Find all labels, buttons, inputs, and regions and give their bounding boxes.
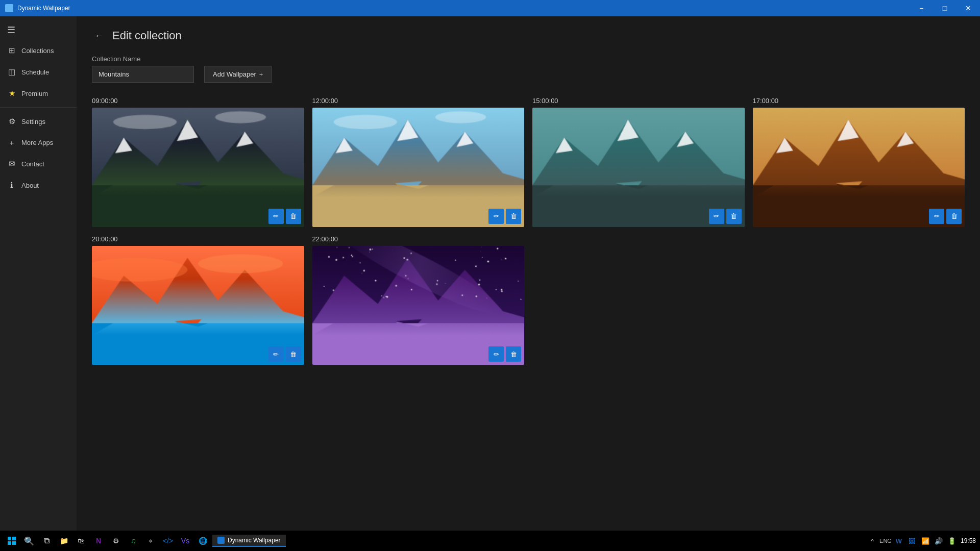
wallpaper-item: 17:00:00✏🗑 xyxy=(753,97,965,227)
delete-button[interactable]: 🗑 xyxy=(286,346,301,362)
settings-taskbar-icon[interactable]: ⚙ xyxy=(108,533,124,548)
edit-button[interactable]: ✏ xyxy=(488,209,504,224)
contact-label: Contact xyxy=(21,160,44,168)
edit-button[interactable]: ✏ xyxy=(268,209,284,224)
title-bar-controls: − □ ✕ xyxy=(910,0,980,16)
sidebar-item-schedule[interactable]: ◫ Schedule xyxy=(0,61,77,83)
wallpaper-thumbnail[interactable]: ✏🗑 xyxy=(312,108,525,227)
sidebar-item-collections[interactable]: ⊞ Collections xyxy=(0,40,77,61)
collection-name-input[interactable] xyxy=(92,66,194,83)
task-view-button[interactable]: ⧉ xyxy=(39,533,54,548)
network-icon[interactable]: 📶 xyxy=(920,535,931,546)
wallpaper-tray-icon[interactable]: 🖼 xyxy=(906,535,918,546)
collection-name-label: Collection Name xyxy=(92,55,194,63)
app-icon xyxy=(5,4,13,12)
spotify-icon[interactable]: ♫ xyxy=(126,533,141,548)
maximize-button[interactable]: □ xyxy=(933,0,957,16)
schedule-label: Schedule xyxy=(21,68,49,76)
wallpaper-actions: ✏🗑 xyxy=(488,346,521,362)
battery-icon[interactable]: 🔋 xyxy=(946,535,958,546)
sidebar: ☰ ⊞ Collections ◫ Schedule ★ Premium ⚙ S… xyxy=(0,16,77,531)
more-apps-label: More Apps xyxy=(21,139,53,146)
sidebar-item-about[interactable]: ℹ About xyxy=(0,174,77,196)
settings-icon: ⚙ xyxy=(7,117,16,126)
back-button[interactable]: ← xyxy=(92,29,106,43)
more-apps-icon: + xyxy=(7,138,16,147)
settings-label: Settings xyxy=(21,118,45,126)
form-row: Collection Name Add Wallpaper + xyxy=(92,55,965,83)
start-button[interactable] xyxy=(4,533,19,548)
edit-button[interactable]: ✏ xyxy=(488,346,504,362)
delete-button[interactable]: 🗑 xyxy=(946,209,962,224)
nav-separator-1 xyxy=(0,107,77,108)
minimize-button[interactable]: − xyxy=(910,0,933,16)
taskbar-active-app[interactable]: Dynamic Wallpaper xyxy=(212,535,286,547)
delete-button[interactable]: 🗑 xyxy=(506,346,521,362)
svg-rect-3 xyxy=(12,541,16,545)
onenote-icon[interactable]: N xyxy=(91,533,106,548)
main-content: ← Edit collection Collection Name Add Wa… xyxy=(77,16,980,531)
edit-button[interactable]: ✏ xyxy=(709,209,724,224)
title-bar: Dynamic Wallpaper − □ ✕ xyxy=(0,0,980,16)
wallpaper-grid: 09:00:00✏🗑12:00:00✏🗑15:00:00✏🗑17:00:00✏🗑… xyxy=(92,97,965,365)
wallpaper-thumbnail[interactable]: ✏🗑 xyxy=(92,246,304,365)
about-label: About xyxy=(21,182,39,189)
hamburger-menu[interactable]: ☰ xyxy=(0,20,77,40)
wallpaper-item: 12:00:00✏🗑 xyxy=(312,97,525,227)
edit-button[interactable]: ✏ xyxy=(268,346,284,362)
taskbar-right: ^ ENG W 🖼 📶 🔊 🔋 19:58 xyxy=(867,535,976,546)
wallpaper-actions: ✏🗑 xyxy=(488,209,521,224)
wallpaper-time: 22:00:00 xyxy=(312,235,525,243)
explorer-icon[interactable]: 📁 xyxy=(56,533,71,548)
wallpaper-actions: ✏🗑 xyxy=(268,346,301,362)
sidebar-item-premium[interactable]: ★ Premium xyxy=(0,83,77,104)
wallpaper-actions: ✏🗑 xyxy=(709,209,742,224)
page-header: ← Edit collection xyxy=(92,29,965,43)
edit-button[interactable]: ✏ xyxy=(929,209,944,224)
svg-rect-0 xyxy=(8,537,11,540)
premium-icon: ★ xyxy=(7,89,16,98)
volume-icon[interactable]: 🔊 xyxy=(933,535,944,546)
wallpaper-item: 20:00:00✏🗑 xyxy=(92,235,304,365)
sidebar-item-settings[interactable]: ⚙ Settings xyxy=(0,111,77,132)
svg-rect-1 xyxy=(12,537,16,540)
delete-button[interactable]: 🗑 xyxy=(506,209,521,224)
store-icon[interactable]: 🛍 xyxy=(74,533,89,548)
chrome-icon[interactable]: 🌐 xyxy=(195,533,210,548)
keyboard-icon[interactable]: ENG xyxy=(880,535,891,546)
vs-icon[interactable]: Vs xyxy=(178,533,193,548)
page-title: Edit collection xyxy=(112,29,182,42)
wallpaper-item: 09:00:00✏🗑 xyxy=(92,97,304,227)
app-title: Dynamic Wallpaper xyxy=(17,5,70,12)
delete-button[interactable]: 🗑 xyxy=(286,209,301,224)
wallpaper-time: 15:00:00 xyxy=(532,97,745,105)
delete-button[interactable]: 🗑 xyxy=(726,209,742,224)
wallpaper-time: 09:00:00 xyxy=(92,97,304,105)
add-wallpaper-label: Add Wallpaper xyxy=(213,70,256,78)
tray-arrow[interactable]: ^ xyxy=(867,535,878,546)
wallpaper-thumbnail[interactable]: ✏🗑 xyxy=(532,108,745,227)
wallpaper-thumbnail[interactable]: ✏🗑 xyxy=(753,108,965,227)
sidebar-item-more-apps[interactable]: + More Apps xyxy=(0,132,77,153)
wallpaper-thumbnail[interactable]: ✏🗑 xyxy=(312,246,525,365)
wallpaper-thumbnail[interactable]: ✏🗑 xyxy=(92,108,304,227)
taskbar-left: 🔍 ⧉ 📁 🛍 N ⚙ ♫ ⌖ </> Vs 🌐 Dynamic Wallpap… xyxy=(4,533,286,548)
wallpaper-item: 15:00:00✏🗑 xyxy=(532,97,745,227)
add-wallpaper-button[interactable]: Add Wallpaper + xyxy=(204,66,272,83)
schedule-icon: ◫ xyxy=(7,67,16,77)
wallpaper-actions: ✏🗑 xyxy=(929,209,962,224)
taskbar-clock[interactable]: 19:58 xyxy=(961,537,976,545)
collections-label: Collections xyxy=(21,47,54,55)
word-icon[interactable]: W xyxy=(893,535,904,546)
code-icon[interactable]: </> xyxy=(160,533,176,548)
search-button[interactable]: 🔍 xyxy=(21,533,37,548)
cursor-icon[interactable]: ⌖ xyxy=(143,533,158,548)
sidebar-item-contact[interactable]: ✉ Contact xyxy=(0,153,77,174)
taskbar: 🔍 ⧉ 📁 🛍 N ⚙ ♫ ⌖ </> Vs 🌐 Dynamic Wallpap… xyxy=(0,531,980,551)
close-button[interactable]: ✕ xyxy=(957,0,980,16)
app-indicator xyxy=(217,537,225,544)
collections-icon: ⊞ xyxy=(7,46,16,55)
add-icon: + xyxy=(259,70,263,78)
premium-label: Premium xyxy=(21,90,48,97)
wallpaper-actions: ✏🗑 xyxy=(268,209,301,224)
